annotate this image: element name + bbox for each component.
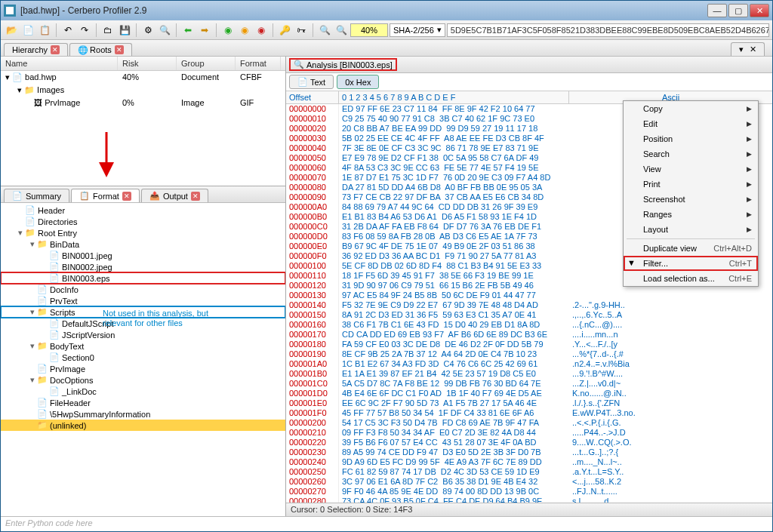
hex-row[interactable]: 000001D04B E4 6E 6F DC C1 F0 AD 1B 1F 40…	[286, 389, 772, 398]
tree-item[interactable]: ▾📁Root Entry	[1, 227, 285, 238]
menu-item[interactable]: Ranges▶	[624, 207, 758, 222]
minimize-button[interactable]: —	[707, 4, 727, 17]
search-icon[interactable]: 🔍	[157, 23, 172, 38]
menu-item[interactable]: View▶	[624, 161, 758, 177]
hex-row[interactable]: 000002709F F0 46 4A 85 9E 4E DD 89 74 00…	[286, 487, 772, 497]
tree-item[interactable]: 📄PrvImage	[1, 363, 285, 374]
zoom-in-icon[interactable]: 🔍	[334, 23, 349, 38]
tree-item[interactable]: ▾📁DocOptions	[1, 374, 285, 386]
menu-separator	[627, 238, 755, 239]
hex-row[interactable]: 0000013097 AC E5 84 9F 24 B5 8B 50 6C DE…	[286, 291, 772, 300]
close-icon[interactable]: ✕	[115, 45, 124, 54]
tree-item[interactable]: 📁(unlinked)	[1, 420, 285, 431]
hex-row[interactable]: 000001508A 91 2C D3 ED 31 36 F5 59 63 E3…	[286, 310, 772, 320]
arrow-left-icon[interactable]: ⬅	[180, 23, 196, 38]
hex-row[interactable]: 00000250FC 61 82 59 87 74 17 DB D2 4C 3D…	[286, 467, 772, 477]
tree-item[interactable]: 📄DocInfo	[1, 284, 285, 295]
menu-item[interactable]: Layout▶	[624, 222, 758, 237]
new-icon[interactable]: 📄	[20, 23, 35, 38]
flag-green-icon[interactable]: ◉	[220, 23, 236, 38]
hash-algo-combo[interactable]: SHA-2/256 ▾	[390, 23, 445, 37]
tree-item[interactable]: 📄_LinkDoc	[1, 386, 285, 397]
hex-row[interactable]: 0000021009 FF F3 F8 50 34 34 AF E0 C7 2D…	[286, 428, 772, 438]
menu-item[interactable]: Screenshot▶	[624, 192, 758, 207]
hex-row[interactable]: 000001E0EE 6C 9C 2F F7 90 5D 73 A1 F5 7B…	[286, 398, 772, 408]
menu-item[interactable]: Edit▶	[624, 116, 758, 131]
tree-item[interactable]: 📄JScriptVersion	[1, 329, 285, 340]
tree-item[interactable]: 📄BIN0001.jpeg	[1, 250, 285, 261]
python-input[interactable]: Enter Python code here	[1, 516, 772, 531]
structure-tree[interactable]: 📄Header📄Directories▾📁Root Entry▾📁BinData…	[1, 203, 285, 516]
hex-row[interactable]: 0000016038 C6 F1 7B C1 6E 43 FD 15 D0 40…	[286, 320, 772, 330]
menu-item[interactable]: Load selection as...Ctrl+E	[624, 271, 758, 286]
tree-item[interactable]: 📄PrvText	[1, 295, 285, 306]
doc-icon[interactable]: 📋	[37, 23, 52, 38]
undo-icon[interactable]: ↶	[60, 23, 75, 38]
text-view-button[interactable]: 📄Text	[289, 75, 334, 89]
close-icon[interactable]: ✕	[51, 45, 60, 54]
tree-item[interactable]: 📄FileHeader	[1, 397, 285, 408]
hex-row[interactable]: 000002603C 97 06 E1 6A 8D 7F C2 B6 35 38…	[286, 477, 772, 487]
close-icon[interactable]: ✕	[122, 192, 131, 201]
hex-row[interactable]: 0000022039 F5 B6 F6 07 57 E4 CC 43 51 28…	[286, 438, 772, 447]
menu-item[interactable]: ▼Filter...Ctrl+T	[624, 256, 758, 271]
redo-icon[interactable]: ↷	[77, 23, 92, 38]
flag-red-icon[interactable]: ◉	[254, 23, 269, 38]
analysis-tab-top[interactable]: ▾ ✕	[731, 42, 765, 56]
tree-item[interactable]: 📄Header	[1, 204, 285, 216]
file-grid: Name Risk Group Format ▾ 📄 bad.hwp40%Doc…	[1, 57, 285, 186]
maximize-button[interactable]: ▢	[728, 4, 748, 17]
risk-percent[interactable]: 40%	[350, 23, 388, 37]
hex-row[interactable]: 0000028073 CA 4C 0F 93 B5 0F C4 FE C4 DE…	[286, 497, 772, 503]
tree-item[interactable]: 📄Directories	[1, 216, 285, 227]
hex-row[interactable]: 000001908E CF 9B 25 2A 7B 37 12 A4 64 2D…	[286, 349, 772, 359]
grid-row[interactable]: ▾ 📄 bad.hwp40%DocumentCFBF	[1, 71, 285, 84]
hex-row[interactable]: 000001F045 FF 77 57 B8 50 34 54 1F DF C4…	[286, 408, 772, 418]
menu-item[interactable]: Print▶	[624, 177, 758, 192]
menu-item[interactable]: Duplicate viewCtrl+Alt+D	[624, 241, 758, 256]
tree-item[interactable]: 📄\5HwpSummaryInformation	[1, 408, 285, 420]
grid-row[interactable]: 🖼 PrvImage0%ImageGIF	[1, 97, 285, 109]
hex-row[interactable]: 000001B0E1 1A E1 39 87 EF 21 B4 42 5E 23…	[286, 369, 772, 379]
gear-icon[interactable]: ⚙	[140, 23, 156, 38]
summary-tab[interactable]: 📄Summary	[4, 189, 69, 202]
open-icon[interactable]: 📂	[4, 23, 19, 38]
key1-icon[interactable]: 🔑	[277, 23, 292, 38]
folder-icon[interactable]: 🗀	[100, 23, 115, 38]
output-tab[interactable]: 📤Output✕	[141, 189, 208, 202]
tree-item[interactable]: 📄BIN0003.eps	[1, 272, 285, 284]
flag-orange-icon[interactable]: ◉	[237, 23, 252, 38]
annotation-note: Not used in this analysis, butrelevant f…	[103, 309, 208, 328]
hex-row[interactable]: 0000020054 17 C5 3C F3 50 D4 7B FD C8 69…	[286, 418, 772, 428]
hierarchy-tab[interactable]: Hierarchy ✕	[4, 43, 68, 56]
tree-item[interactable]: 📄Section0	[1, 352, 285, 363]
hex-row[interactable]: 000002409D A9 6D E5 FC D9 99 5F 4E A9 A3…	[286, 457, 772, 467]
menu-item[interactable]: Position▶	[624, 131, 758, 146]
arrow-right-icon[interactable]: ➡	[197, 23, 212, 38]
hex-row[interactable]: 000001A01C B1 E2 67 34 A3 FD 3D C4 76 C6…	[286, 359, 772, 369]
key2-icon[interactable]: 🗝	[294, 23, 309, 38]
zoom-out-icon[interactable]: 🔍	[317, 23, 332, 38]
hex-row[interactable]: 00000180FA 59 CF E0 03 3C DE D8 DE 46 D2…	[286, 340, 772, 349]
hex-view-button[interactable]: 0x Hex	[337, 75, 379, 89]
disk-icon[interactable]: 💾	[117, 23, 132, 38]
close-button[interactable]: ✕	[750, 4, 769, 17]
app-icon	[4, 5, 16, 17]
hex-view: Offset 0 1 2 3 4 5 6 7 8 9 A B C D E F A…	[286, 91, 772, 503]
filter-icon: ▼	[627, 258, 638, 269]
hex-row[interactable]: 00000170CD CA DD ED 69 EB 93 F7 AF B6 6D…	[286, 330, 772, 340]
hex-row[interactable]: 0000023089 A5 99 74 CE DD F9 47 D3 E0 5D…	[286, 447, 772, 457]
menu-item[interactable]: Copy▶	[624, 101, 758, 116]
grid-row[interactable]: ▾ 📁 Images	[1, 84, 285, 97]
hex-row[interactable]: 000001C05A C5 D7 8C 7A F8 BE 12 99 DB FB…	[286, 379, 772, 389]
format-tab[interactable]: 📋Format✕	[71, 189, 140, 202]
hash-value: 5D9E5C7B1B71AF3C5F058F8521D383DBEE88C99E…	[447, 23, 769, 37]
close-icon[interactable]: ✕	[191, 192, 200, 201]
tree-item[interactable]: ▾📁BinData	[1, 238, 285, 250]
hex-row[interactable]: 00000140F5 32 7E 9E C9 D9 22 E7 67 9D 39…	[286, 300, 772, 310]
grid-header: Name Risk Group Format	[1, 57, 285, 71]
tree-item[interactable]: 📄BIN0002.jpeg	[1, 261, 285, 272]
roots-tab[interactable]: 🌐 Roots ✕	[69, 43, 132, 56]
menu-item[interactable]: Search▶	[624, 146, 758, 161]
tree-item[interactable]: ▾📁BodyText	[1, 340, 285, 352]
